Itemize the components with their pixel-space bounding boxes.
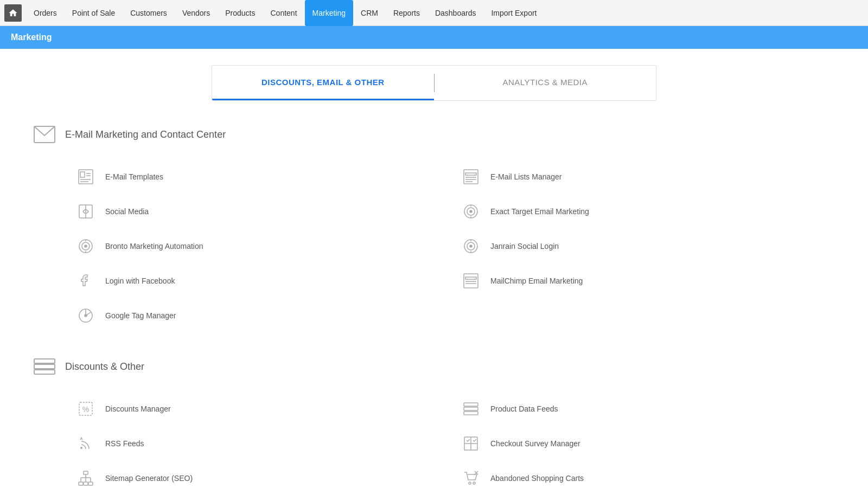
email-section-icon — [33, 123, 56, 146]
top-nav: Orders Point of Sale Customers Vendors P… — [0, 0, 868, 26]
social-media-icon — [76, 202, 95, 221]
nav-content[interactable]: Content — [263, 0, 305, 26]
page-title: Marketing — [11, 33, 52, 42]
facebook-label: Login with Facebook — [105, 277, 175, 285]
tab-discounts-email[interactable]: DISCOUNTS, EMAIL & OTHER — [212, 66, 434, 100]
email-marketing-section: E-Mail Marketing and Contact Center E-Ma… — [33, 123, 835, 333]
survey-icon — [461, 434, 481, 453]
checkout-survey-label: Checkout Survey Manager — [490, 439, 580, 448]
list-item-empty — [450, 298, 835, 333]
section-header-discounts: Discounts & Other — [33, 355, 835, 378]
svg-text:%: % — [82, 405, 89, 414]
discounts-section-icon — [33, 355, 56, 378]
email-template-icon — [76, 167, 95, 187]
sitemap-label: Sitemap Generator (SEO) — [105, 474, 193, 483]
abandoned-cart-icon — [461, 468, 481, 488]
nav-pos[interactable]: Point of Sale — [65, 0, 123, 26]
discounts-section-title: Discounts & Other — [65, 361, 144, 373]
rss-feeds-label: RSS Feeds — [105, 439, 144, 448]
janrain-icon — [461, 236, 481, 256]
google-tag-label: Google Tag Manager — [105, 311, 176, 320]
abandoned-carts-label: Abandoned Shopping Carts — [490, 474, 584, 483]
email-lists-label: E-Mail Lists Manager — [490, 172, 562, 181]
svg-point-42 — [80, 447, 82, 449]
bronto-icon — [76, 236, 95, 256]
exact-target-label: Exact Target Email Marketing — [490, 207, 589, 216]
list-item[interactable]: Bronto Marketing Automation — [65, 229, 450, 264]
nav-marketing[interactable]: Marketing — [305, 0, 353, 26]
nav-products[interactable]: Products — [218, 0, 263, 26]
nav-dashboards[interactable]: Dashboards — [427, 0, 484, 26]
svg-rect-36 — [34, 370, 55, 374]
email-templates-label: E-Mail Templates — [105, 172, 163, 181]
list-item[interactable]: RSS Feeds — [65, 426, 450, 461]
svg-rect-50 — [88, 482, 93, 485]
exact-target-icon — [461, 202, 481, 221]
svg-point-33 — [85, 314, 87, 317]
bronto-label: Bronto Marketing Automation — [105, 242, 203, 251]
facebook-icon — [76, 271, 95, 291]
svg-point-56 — [469, 482, 471, 484]
mailchimp-label: MailChimp Email Marketing — [490, 277, 583, 285]
nav-crm[interactable]: CRM — [353, 0, 386, 26]
svg-rect-39 — [464, 403, 478, 406]
home-button[interactable] — [4, 4, 22, 22]
email-items-grid: E-Mail Templates E-Mail Lists Manager — [33, 159, 835, 333]
discounts-manager-label: Discounts Manager — [105, 404, 171, 413]
list-item[interactable]: E-Mail Templates — [65, 159, 450, 194]
nav-vendors[interactable]: Vendors — [175, 0, 218, 26]
svg-point-16 — [470, 210, 472, 213]
sitemap-icon — [76, 468, 95, 488]
svg-rect-41 — [464, 412, 478, 415]
discounts-items-grid: % Discounts Manager Product Data Feeds — [33, 391, 835, 488]
list-item[interactable]: Exact Target Email Marketing — [450, 194, 835, 229]
nav-import-export[interactable]: Import Export — [483, 0, 544, 26]
product-data-feeds-label: Product Data Feeds — [490, 404, 558, 413]
svg-rect-49 — [84, 482, 88, 485]
main-content: DISCOUNTS, EMAIL & OTHER ANALYTICS & MED… — [0, 49, 868, 488]
page-header: Marketing — [0, 26, 868, 49]
nav-customers[interactable]: Customers — [123, 0, 175, 26]
list-item[interactable]: Abandoned Shopping Carts — [450, 461, 835, 488]
svg-rect-48 — [79, 482, 83, 485]
nav-reports[interactable]: Reports — [386, 0, 427, 26]
nav-orders[interactable]: Orders — [26, 0, 65, 26]
list-item[interactable]: Google Tag Manager — [65, 298, 450, 333]
email-section-title: E-Mail Marketing and Contact Center — [65, 129, 226, 140]
svg-rect-40 — [464, 407, 478, 410]
list-item[interactable]: Login with Facebook — [65, 264, 450, 298]
data-feeds-icon — [461, 399, 481, 419]
svg-rect-34 — [34, 359, 55, 363]
tab-bar: DISCOUNTS, EMAIL & OTHER ANALYTICS & MED… — [212, 65, 656, 101]
svg-rect-29 — [464, 274, 478, 288]
svg-rect-8 — [465, 173, 476, 175]
svg-rect-35 — [34, 364, 55, 369]
tab-analytics-media[interactable]: ANALYTICS & MEDIA — [435, 66, 656, 100]
discounts-section: Discounts & Other % Discounts Manager — [33, 355, 835, 488]
list-item[interactable]: Checkout Survey Manager — [450, 426, 835, 461]
rss-icon — [76, 434, 95, 453]
janrain-label: Janrain Social Login — [490, 242, 559, 251]
list-item[interactable]: Product Data Feeds — [450, 391, 835, 426]
google-tag-icon — [76, 306, 95, 325]
svg-rect-2 — [80, 172, 85, 177]
social-media-label: Social Media — [105, 207, 149, 216]
svg-rect-30 — [465, 277, 476, 279]
list-item[interactable]: % Discounts Manager — [65, 391, 450, 426]
svg-rect-47 — [84, 471, 88, 474]
list-item[interactable]: Janrain Social Login — [450, 229, 835, 264]
list-item[interactable]: E-Mail Lists Manager — [450, 159, 835, 194]
section-header-email: E-Mail Marketing and Contact Center — [33, 123, 835, 146]
list-item[interactable]: Social Media — [65, 194, 450, 229]
mailchimp-icon — [461, 271, 481, 291]
email-list-icon — [461, 167, 481, 187]
nav-menu: Orders Point of Sale Customers Vendors P… — [26, 0, 544, 26]
list-item[interactable]: Sitemap Generator (SEO) — [65, 461, 450, 488]
discount-icon: % — [76, 399, 95, 419]
list-item[interactable]: MailChimp Email Marketing — [450, 264, 835, 298]
svg-point-57 — [473, 482, 475, 484]
svg-point-21 — [85, 245, 87, 247]
svg-point-26 — [470, 245, 472, 247]
